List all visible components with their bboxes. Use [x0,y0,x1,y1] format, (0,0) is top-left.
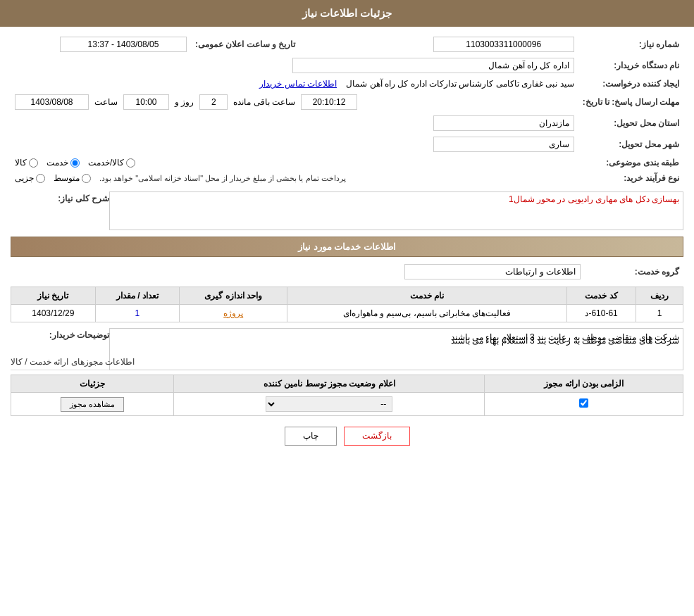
table-row: 1 610-61-د فعالیت‌های مخابراتی باسیم، بی… [11,305,683,322]
buyer-org-input [292,58,574,73]
permits-col-details: جزئیات [11,375,174,393]
services-table: ردیف کد خدمت نام خدمت واحد اندازه گیری ت… [11,287,683,322]
deadline-date-input [15,94,89,110]
announce-label: تاریخ و ساعت اعلان عمومی: [191,34,299,55]
purchase-partial-option[interactable]: جزیی [15,173,45,183]
category-service-option[interactable]: خدمت [47,158,80,168]
service-group-input [404,264,581,279]
cell-date: 1403/12/29 [11,305,96,322]
cell-unit: پروژه [180,305,287,322]
purchase-partial-radio[interactable] [36,174,45,183]
need-number-input [433,37,574,52]
permits-col-status: اعلام وضعیت مجوز توسط نامین کننده [174,375,485,393]
print-button[interactable]: چاپ [285,427,337,446]
cell-name: فعالیت‌های مخابراتی باسیم، بی‌سیم و ماهو… [287,305,567,322]
permits-required-checkbox[interactable] [579,398,588,408]
cell-row: 1 [636,305,683,322]
purchase-medium-label: متوسط [54,173,80,183]
deadline-remaining-label: ساعت باقی مانده [233,97,295,107]
buyer-desc-textarea[interactable] [109,328,683,370]
city-label: شهر محل تحویل: [578,134,683,155]
deadline-time-input [123,94,169,110]
col-row: ردیف [636,287,683,305]
purchase-medium-option[interactable]: متوسط [54,173,91,183]
deadline-day-label: روز و [175,97,194,107]
page-title: جزئیات اطلاعات نیاز [302,7,392,19]
creator-contact-link[interactable]: اطلاعات تماس خریدار [259,79,337,89]
action-buttons: بازگشت چاپ [11,427,683,446]
deadline-time-label: ساعت [94,97,118,107]
permits-col-required: الزامی بودن ارائه مجوز [485,375,683,393]
page-header: جزئیات اطلاعات نیاز [0,0,694,27]
need-desc-label: شرح کلی نیاز: [11,191,109,203]
permits-table: الزامی بودن ارائه مجوز اعلام وضعیت مجوز … [11,375,683,416]
view-permit-button[interactable]: مشاهده مجوز [61,397,124,412]
permits-status-select[interactable]: -- [266,396,392,412]
col-date: تاریخ نیاز [11,287,96,305]
category-goods-service-radio[interactable] [126,158,135,168]
category-goods-service-label: کالا/خدمت [88,158,124,168]
category-goods-option[interactable]: کالا [15,158,38,168]
col-code: کد خدمت [566,287,636,305]
category-goods-radio[interactable] [29,158,38,168]
category-service-label: خدمت [47,158,68,168]
permits-details-cell: مشاهده مجوز [11,393,174,416]
deadline-day-input [199,94,228,110]
city-input [433,137,574,152]
province-input [433,115,574,131]
permits-status-cell: -- [174,393,485,416]
cell-quantity: 1 [95,305,180,322]
creator-label: ایجاد کننده درخواست: [578,76,683,92]
permits-row: -- مشاهده مجوز [11,393,683,416]
back-button[interactable]: بازگشت [344,427,410,446]
need-desc-value: بهسازی دکل های مهاری رادیویی در محور شما… [509,194,679,204]
creator-value: سید نبی غفاری تاکامی کارشناس تدارکات ادا… [346,79,574,89]
buyer-org-label: نام دستگاه خریدار: [578,55,683,76]
category-goods-label: کالا [15,158,27,168]
purchase-notice: پرداخت تمام یا بخشی از مبلغ خریدار از مح… [99,174,346,183]
purchase-medium-radio[interactable] [82,174,91,183]
col-unit: واحد اندازه گیری [180,287,287,305]
announce-input [60,37,187,52]
permits-required-cell [485,393,683,416]
buyer-desc-label: توضیحات خریدار: [11,328,109,340]
need-number-label: شماره نیاز: [578,34,683,55]
deadline-label: مهلت ارسال پاسخ: تا تاریخ: [578,92,683,113]
purchase-partial-label: جزیی [15,173,34,183]
purchase-type-label: نوع فرآیند خرید: [578,170,683,186]
deadline-remaining-input [301,94,357,110]
cell-code: 610-61-د [566,305,636,322]
services-section-header: اطلاعات خدمات مورد نیاز [11,237,683,257]
col-name: نام خدمت [287,287,567,305]
category-service-radio[interactable] [70,158,80,168]
category-goods-service-option[interactable]: کالا/خدمت [88,158,135,168]
category-label: طبقه بندی موضوعی: [578,155,683,170]
col-quantity: تعداد / مقدار [95,287,180,305]
province-label: استان محل تحویل: [578,113,683,134]
service-group-label: گروه خدمت: [585,261,683,282]
